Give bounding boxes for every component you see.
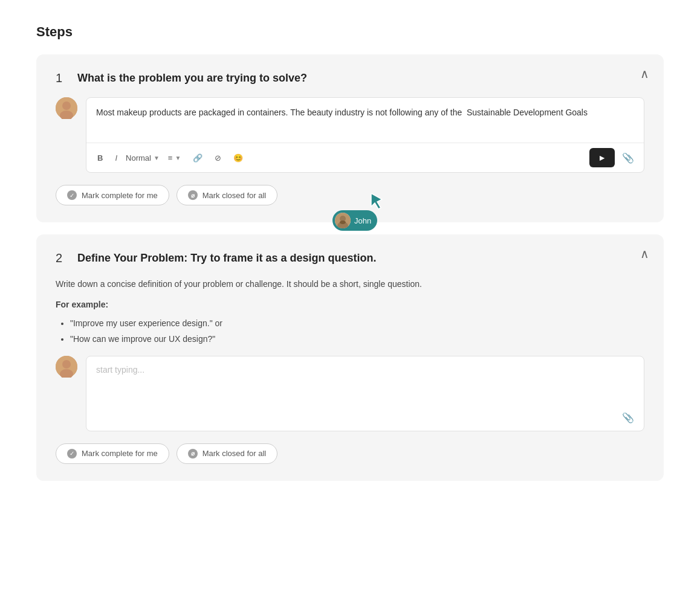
step-2-example-2: "How can we improve our UX design?": [70, 332, 644, 346]
toolbar-unlink-button[interactable]: ⊘: [211, 152, 225, 164]
toolbar-format-dropdown[interactable]: Normal ▼: [126, 153, 160, 163]
page-title: Steps: [36, 24, 664, 40]
step-2-body: Write down a concise definition of your …: [56, 277, 644, 464]
step-1-body: B I Normal ▼ ≡ ▼ 🔗 ⊘: [56, 97, 644, 205]
step-2-close-label: Mark closed for all: [203, 449, 266, 458]
step-1-collapse-button[interactable]: ∧: [640, 66, 649, 81]
unlink-icon: ⊘: [215, 153, 221, 163]
step-2-number: 2: [56, 251, 68, 265]
list-chevron: ▼: [175, 155, 181, 161]
step-2-card: 2 Define Your Problem: Try to frame it a…: [36, 234, 664, 481]
svg-point-6: [337, 222, 348, 228]
toolbar-list-button[interactable]: ≡ ▼: [164, 152, 185, 164]
step-1-text-input[interactable]: [86, 98, 644, 140]
step-2-description: Write down a concise definition of your …: [56, 277, 644, 346]
step-1-close-button[interactable]: ⌀ Mark closed for all: [177, 185, 277, 205]
step-1-input-area: B I Normal ▼ ≡ ▼ 🔗 ⊘: [56, 97, 644, 173]
svg-point-5: [340, 216, 346, 222]
step-2-complete-label: Mark complete for me: [82, 449, 158, 458]
step-2-example-1: "Improve my user experience design." or: [70, 317, 644, 330]
step-2-attach-button[interactable]: 📎: [620, 410, 637, 426]
step-2-editor[interactable]: start typing... 📎: [86, 356, 644, 431]
john-name-label: John: [354, 216, 371, 225]
step-1-action-buttons: ✓ Mark complete for me ⌀ Mark closed for…: [56, 185, 644, 205]
step-2-description-text: Write down a concise definition of your …: [56, 277, 644, 291]
step-1-header: 1 What is the problem you are trying to …: [56, 71, 644, 85]
step-2-for-example: For example:: [56, 298, 644, 311]
toolbar-link-button[interactable]: 🔗: [189, 152, 206, 164]
step-2-user-avatar: [56, 356, 77, 378]
toolbar-bold-button[interactable]: B: [94, 152, 106, 164]
step-2-placeholder: start typing...: [96, 365, 144, 375]
step-1-complete-button[interactable]: ✓ Mark complete for me: [56, 185, 169, 205]
svg-point-4: [335, 213, 351, 228]
step-1-card: 1 What is the problem you are trying to …: [36, 54, 664, 222]
close-slash-icon: ⌀: [188, 190, 198, 200]
toolbar-format-label: Normal: [126, 153, 151, 163]
svg-point-1: [62, 101, 71, 110]
step-2-placeholder-text[interactable]: start typing...: [86, 356, 644, 405]
list-icon: ≡: [168, 153, 173, 163]
step-2-close-button[interactable]: ⌀ Mark closed for all: [177, 443, 277, 464]
step-1-editor[interactable]: B I Normal ▼ ≡ ▼ 🔗 ⊘: [86, 97, 644, 173]
svg-point-7: [340, 220, 346, 224]
step-2-header: 2 Define Your Problem: Try to frame it a…: [56, 251, 644, 265]
step-2-complete-check-icon: ✓: [67, 449, 77, 459]
svg-point-13: [62, 360, 71, 369]
step-2-action-buttons: ✓ Mark complete for me ⌀ Mark closed for…: [56, 443, 644, 464]
step-1-title: What is the problem you are trying to so…: [77, 72, 307, 85]
step-2-attach-area: 📎: [86, 405, 644, 431]
toolbar-italic-button[interactable]: I: [111, 152, 121, 164]
step-2-close-slash-icon: ⌀: [188, 449, 198, 459]
step-2-complete-button[interactable]: ✓ Mark complete for me: [56, 443, 169, 464]
john-cursor-label: John: [332, 210, 377, 231]
step-2-collapse-button[interactable]: ∧: [640, 246, 649, 261]
link-icon: 🔗: [193, 153, 203, 163]
step-1-number: 1: [56, 71, 68, 85]
step-1-toolbar: B I Normal ▼ ≡ ▼ 🔗 ⊘: [86, 143, 644, 172]
john-cursor-avatar: [335, 213, 351, 228]
emoji-icon: 😊: [233, 153, 243, 163]
toolbar-emoji-button[interactable]: 😊: [230, 152, 247, 164]
toolbar-format-chevron: ▼: [154, 155, 160, 161]
step-1-complete-label: Mark complete for me: [82, 191, 158, 200]
john-cursor: John: [332, 210, 377, 231]
step-2-examples-list: "Improve my user experience design." or …: [70, 317, 644, 346]
step-1-close-label: Mark closed for all: [203, 191, 266, 200]
complete-check-icon: ✓: [67, 190, 77, 200]
step-1-user-avatar: [56, 97, 77, 119]
toolbar-send-button[interactable]: ►: [589, 148, 615, 167]
step-2-title: Define Your Problem: Try to frame it as …: [77, 252, 376, 265]
step-2-input-area: start typing... 📎: [56, 356, 644, 431]
toolbar-attach-button[interactable]: 📎: [620, 150, 637, 166]
